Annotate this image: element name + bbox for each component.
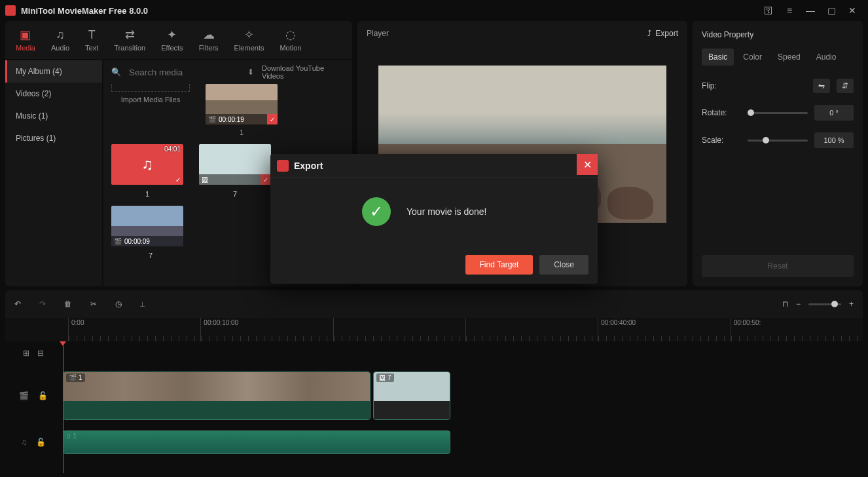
zoomin-icon[interactable]: +: [849, 299, 854, 309]
modal-close-button[interactable]: ✕: [577, 154, 598, 175]
tab-elements[interactable]: ✧Elements: [229, 26, 270, 54]
download-icon: ⬇: [247, 67, 254, 77]
ptab-speed[interactable]: Speed: [771, 48, 807, 66]
sidebar-item-videos[interactable]: Videos (2): [5, 83, 102, 105]
minimize-icon[interactable]: —: [800, 0, 821, 21]
collapse-icon[interactable]: ⊟: [37, 349, 44, 358]
tab-text[interactable]: TText: [80, 26, 103, 54]
tab-filters[interactable]: ☁Filters: [194, 26, 224, 54]
close-icon[interactable]: ✕: [842, 0, 863, 21]
key-icon[interactable]: ⚿: [758, 0, 779, 21]
cut-icon[interactable]: ✂: [90, 299, 97, 309]
check-icon: ✓: [267, 114, 278, 124]
image-icon: 🖼: [202, 176, 208, 183]
check-icon: ✓: [173, 174, 183, 185]
scale-value[interactable]: 100 %: [814, 132, 854, 148]
upload-icon: ⤴: [647, 29, 651, 38]
tab-media[interactable]: ▣Media: [10, 26, 41, 54]
rotate-slider[interactable]: [748, 112, 808, 114]
add-track-icon[interactable]: ⊞: [23, 349, 29, 358]
flip-h-button[interactable]: ⇋: [813, 79, 830, 93]
magnet-icon[interactable]: ⊓: [782, 299, 788, 309]
find-target-button[interactable]: Find Target: [465, 255, 533, 275]
video-clip[interactable]: 🖼7: [373, 372, 450, 420]
modal-message: Your movie is done!: [407, 206, 486, 217]
lock-icon[interactable]: 🔓: [38, 391, 48, 400]
sidebar-item-myalbum[interactable]: My Album (4): [5, 60, 102, 83]
delete-icon[interactable]: 🗑: [64, 299, 72, 309]
image-icon: 🖼: [379, 374, 386, 381]
export-dialog: Export ✕ ✓ Your movie is done! Find Targ…: [270, 154, 598, 284]
props-title: Video Property: [702, 30, 854, 39]
video-icon: 🎬: [114, 238, 122, 245]
ptab-color[interactable]: Color: [736, 48, 769, 66]
download-link[interactable]: Download YouTube Videos: [262, 64, 344, 80]
modal-title: Export: [294, 161, 323, 171]
search-input[interactable]: [129, 67, 240, 77]
reset-button[interactable]: Reset: [702, 255, 854, 277]
lock-icon[interactable]: 🔓: [36, 438, 46, 447]
menu-icon[interactable]: ≡: [779, 0, 800, 21]
sidebar-item-music[interactable]: Music (1): [5, 105, 102, 127]
tab-audio[interactable]: ♫Audio: [46, 26, 75, 54]
ptab-audio[interactable]: Audio: [810, 48, 843, 66]
import-label: Import Media Files: [111, 96, 190, 104]
import-box[interactable]: [111, 84, 190, 92]
close-button[interactable]: Close: [539, 255, 588, 275]
app-title: MiniTool MovieMaker Free 8.0.0: [21, 6, 148, 16]
scale-slider[interactable]: [748, 140, 808, 142]
modal-logo-icon: [277, 160, 289, 172]
media-thumb-sky[interactable]: 🎬00:00:09: [111, 206, 183, 246]
flip-v-button[interactable]: ⇵: [837, 79, 854, 93]
search-icon: 🔍: [111, 67, 121, 77]
app-logo: [5, 5, 16, 16]
video-icon: 🎬: [69, 374, 77, 381]
media-thumb[interactable]: 🎬00:00:19 ✓: [206, 84, 278, 124]
player-label: Player: [367, 29, 389, 38]
crop-icon[interactable]: ⟂: [140, 299, 145, 309]
check-icon: ✓: [261, 174, 271, 185]
media-thumb-music[interactable]: ♫ 04:01 ✓: [111, 144, 183, 185]
video-icon: 🎬: [208, 116, 216, 123]
tab-transition[interactable]: ⇄Transition: [109, 26, 151, 54]
ptab-basic[interactable]: Basic: [702, 48, 734, 66]
audio-clip[interactable]: ♫1: [63, 430, 450, 454]
maximize-icon[interactable]: ▢: [821, 0, 842, 21]
export-button[interactable]: ⤴ Export: [647, 29, 678, 38]
rotate-value[interactable]: 0 °: [814, 105, 854, 121]
zoomout-icon[interactable]: −: [796, 299, 801, 309]
undo-icon[interactable]: ↶: [14, 299, 21, 309]
tab-effects[interactable]: ✦Effects: [156, 26, 188, 54]
media-thumb-photo[interactable]: 🖼 ✓: [199, 144, 271, 185]
redo-icon[interactable]: ↷: [39, 299, 46, 309]
music-icon: ♫: [141, 155, 153, 174]
tab-motion[interactable]: ◌Motion: [274, 26, 306, 54]
zoom-slider[interactable]: [808, 303, 841, 305]
video-clip[interactable]: 🎬1: [63, 372, 371, 420]
audio-track-icon: ♫: [21, 438, 27, 447]
speed-icon[interactable]: ◷: [115, 299, 122, 309]
success-check-icon: ✓: [362, 197, 391, 226]
video-track-icon: 🎬: [19, 391, 29, 400]
sidebar-item-pictures[interactable]: Pictures (1): [5, 127, 102, 149]
